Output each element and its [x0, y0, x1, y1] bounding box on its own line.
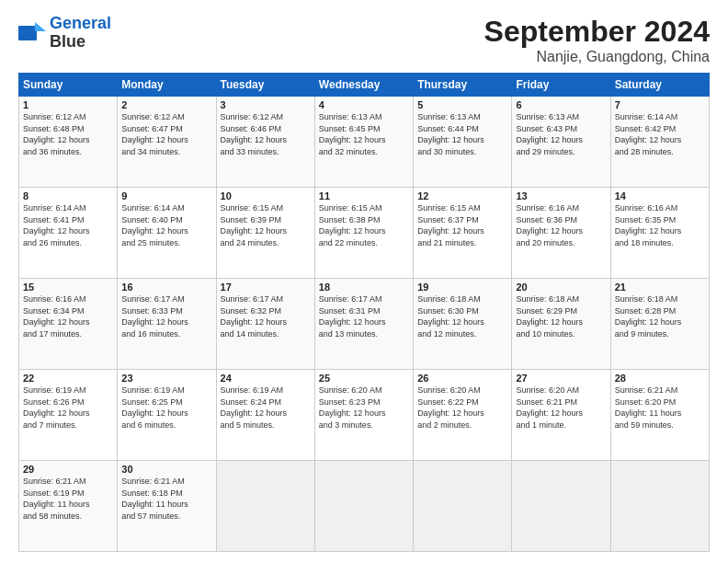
col-thursday: Thursday [414, 74, 512, 97]
col-monday: Monday [118, 74, 216, 97]
day-number: 6 [516, 99, 606, 110]
page: General Blue September 2024 Nanjie, Guan… [0, 0, 728, 563]
calendar-week-2: 8Sunrise: 6:14 AM Sunset: 6:41 PM Daylig… [19, 188, 710, 279]
calendar-cell: 16Sunrise: 6:17 AM Sunset: 6:33 PM Dayli… [118, 279, 216, 370]
day-info: Sunrise: 6:13 AM Sunset: 6:45 PM Dayligh… [319, 111, 409, 157]
day-info: Sunrise: 6:20 AM Sunset: 6:23 PM Dayligh… [319, 385, 409, 431]
day-number: 30 [121, 464, 211, 475]
calendar-cell: 12Sunrise: 6:15 AM Sunset: 6:37 PM Dayli… [414, 188, 512, 279]
calendar-cell: 22Sunrise: 6:19 AM Sunset: 6:26 PM Dayli… [19, 370, 118, 461]
calendar-cell: 28Sunrise: 6:21 AM Sunset: 6:20 PM Dayli… [610, 370, 709, 461]
day-number: 13 [516, 190, 606, 201]
calendar-week-5: 29Sunrise: 6:21 AM Sunset: 6:19 PM Dayli… [19, 461, 710, 552]
day-number: 26 [417, 373, 507, 384]
svg-rect-0 [18, 26, 37, 40]
logo: General Blue [18, 15, 111, 52]
day-number: 14 [615, 190, 705, 201]
day-number: 12 [417, 190, 507, 201]
col-wednesday: Wednesday [314, 74, 413, 97]
calendar-cell: 27Sunrise: 6:20 AM Sunset: 6:21 PM Dayli… [512, 370, 610, 461]
logo-icon [18, 22, 46, 44]
main-title: September 2024 [484, 15, 710, 49]
day-number: 9 [121, 190, 211, 201]
calendar-week-1: 1Sunrise: 6:12 AM Sunset: 6:48 PM Daylig… [19, 97, 710, 188]
day-info: Sunrise: 6:21 AM Sunset: 6:18 PM Dayligh… [121, 476, 211, 522]
day-info: Sunrise: 6:14 AM Sunset: 6:41 PM Dayligh… [23, 202, 113, 248]
day-info: Sunrise: 6:12 AM Sunset: 6:46 PM Dayligh… [221, 111, 311, 157]
calendar-cell: 29Sunrise: 6:21 AM Sunset: 6:19 PM Dayli… [19, 461, 118, 552]
day-info: Sunrise: 6:15 AM Sunset: 6:38 PM Dayligh… [319, 202, 409, 248]
calendar-week-3: 15Sunrise: 6:16 AM Sunset: 6:34 PM Dayli… [19, 279, 710, 370]
day-number: 1 [23, 99, 113, 110]
calendar-cell: 3Sunrise: 6:12 AM Sunset: 6:46 PM Daylig… [216, 97, 314, 188]
day-number: 15 [23, 282, 113, 293]
calendar-table: Sunday Monday Tuesday Wednesday Thursday… [18, 73, 710, 552]
logo-text: General Blue [50, 15, 111, 52]
col-saturday: Saturday [610, 74, 709, 97]
day-info: Sunrise: 6:17 AM Sunset: 6:31 PM Dayligh… [319, 293, 409, 339]
day-info: Sunrise: 6:15 AM Sunset: 6:37 PM Dayligh… [417, 202, 507, 248]
calendar-cell [216, 461, 314, 552]
day-number: 10 [221, 190, 311, 201]
day-number: 2 [121, 99, 211, 110]
day-info: Sunrise: 6:14 AM Sunset: 6:40 PM Dayligh… [121, 202, 211, 248]
day-info: Sunrise: 6:20 AM Sunset: 6:22 PM Dayligh… [417, 385, 507, 431]
day-info: Sunrise: 6:16 AM Sunset: 6:35 PM Dayligh… [615, 202, 705, 248]
day-number: 20 [516, 282, 606, 293]
day-number: 29 [23, 464, 113, 475]
day-info: Sunrise: 6:19 AM Sunset: 6:24 PM Dayligh… [221, 385, 311, 431]
day-info: Sunrise: 6:21 AM Sunset: 6:20 PM Dayligh… [615, 385, 705, 431]
calendar-cell: 30Sunrise: 6:21 AM Sunset: 6:18 PM Dayli… [118, 461, 216, 552]
calendar-cell: 21Sunrise: 6:18 AM Sunset: 6:28 PM Dayli… [610, 279, 709, 370]
day-info: Sunrise: 6:19 AM Sunset: 6:25 PM Dayligh… [121, 385, 211, 431]
title-block: September 2024 Nanjie, Guangdong, China [484, 15, 710, 65]
calendar-cell: 24Sunrise: 6:19 AM Sunset: 6:24 PM Dayli… [216, 370, 314, 461]
calendar-cell [314, 461, 413, 552]
svg-marker-1 [35, 22, 46, 31]
calendar-header-row: Sunday Monday Tuesday Wednesday Thursday… [19, 74, 710, 97]
calendar-cell: 9Sunrise: 6:14 AM Sunset: 6:40 PM Daylig… [118, 188, 216, 279]
calendar-cell [512, 461, 610, 552]
header: General Blue September 2024 Nanjie, Guan… [18, 15, 710, 65]
day-number: 21 [615, 282, 705, 293]
day-info: Sunrise: 6:15 AM Sunset: 6:39 PM Dayligh… [221, 202, 311, 248]
day-info: Sunrise: 6:20 AM Sunset: 6:21 PM Dayligh… [516, 385, 606, 431]
day-info: Sunrise: 6:17 AM Sunset: 6:33 PM Dayligh… [121, 293, 211, 339]
day-info: Sunrise: 6:18 AM Sunset: 6:29 PM Dayligh… [516, 293, 606, 339]
calendar-cell: 8Sunrise: 6:14 AM Sunset: 6:41 PM Daylig… [19, 188, 118, 279]
day-number: 22 [23, 373, 113, 384]
calendar-cell: 15Sunrise: 6:16 AM Sunset: 6:34 PM Dayli… [19, 279, 118, 370]
calendar-cell: 17Sunrise: 6:17 AM Sunset: 6:32 PM Dayli… [216, 279, 314, 370]
day-number: 5 [417, 99, 507, 110]
calendar-cell: 13Sunrise: 6:16 AM Sunset: 6:36 PM Dayli… [512, 188, 610, 279]
day-number: 18 [319, 282, 409, 293]
day-number: 25 [319, 373, 409, 384]
calendar-cell: 18Sunrise: 6:17 AM Sunset: 6:31 PM Dayli… [314, 279, 413, 370]
day-info: Sunrise: 6:19 AM Sunset: 6:26 PM Dayligh… [23, 385, 113, 431]
calendar-cell: 11Sunrise: 6:15 AM Sunset: 6:38 PM Dayli… [314, 188, 413, 279]
calendar-cell: 19Sunrise: 6:18 AM Sunset: 6:30 PM Dayli… [414, 279, 512, 370]
day-info: Sunrise: 6:21 AM Sunset: 6:19 PM Dayligh… [23, 476, 113, 522]
day-info: Sunrise: 6:13 AM Sunset: 6:44 PM Dayligh… [417, 111, 507, 157]
day-info: Sunrise: 6:18 AM Sunset: 6:28 PM Dayligh… [615, 293, 705, 339]
day-info: Sunrise: 6:14 AM Sunset: 6:42 PM Dayligh… [615, 111, 705, 157]
calendar-cell: 7Sunrise: 6:14 AM Sunset: 6:42 PM Daylig… [610, 97, 709, 188]
day-info: Sunrise: 6:12 AM Sunset: 6:47 PM Dayligh… [121, 111, 211, 157]
calendar-cell: 20Sunrise: 6:18 AM Sunset: 6:29 PM Dayli… [512, 279, 610, 370]
day-info: Sunrise: 6:17 AM Sunset: 6:32 PM Dayligh… [221, 293, 311, 339]
calendar-cell: 26Sunrise: 6:20 AM Sunset: 6:22 PM Dayli… [414, 370, 512, 461]
calendar-cell: 6Sunrise: 6:13 AM Sunset: 6:43 PM Daylig… [512, 97, 610, 188]
day-info: Sunrise: 6:12 AM Sunset: 6:48 PM Dayligh… [23, 111, 113, 157]
calendar-cell: 1Sunrise: 6:12 AM Sunset: 6:48 PM Daylig… [19, 97, 118, 188]
day-number: 16 [121, 282, 211, 293]
day-number: 4 [319, 99, 409, 110]
day-number: 23 [121, 373, 211, 384]
day-number: 24 [221, 373, 311, 384]
col-sunday: Sunday [19, 74, 118, 97]
day-number: 28 [615, 373, 705, 384]
calendar-week-4: 22Sunrise: 6:19 AM Sunset: 6:26 PM Dayli… [19, 370, 710, 461]
calendar-cell: 5Sunrise: 6:13 AM Sunset: 6:44 PM Daylig… [414, 97, 512, 188]
day-number: 7 [615, 99, 705, 110]
calendar-cell [414, 461, 512, 552]
calendar-cell: 4Sunrise: 6:13 AM Sunset: 6:45 PM Daylig… [314, 97, 413, 188]
